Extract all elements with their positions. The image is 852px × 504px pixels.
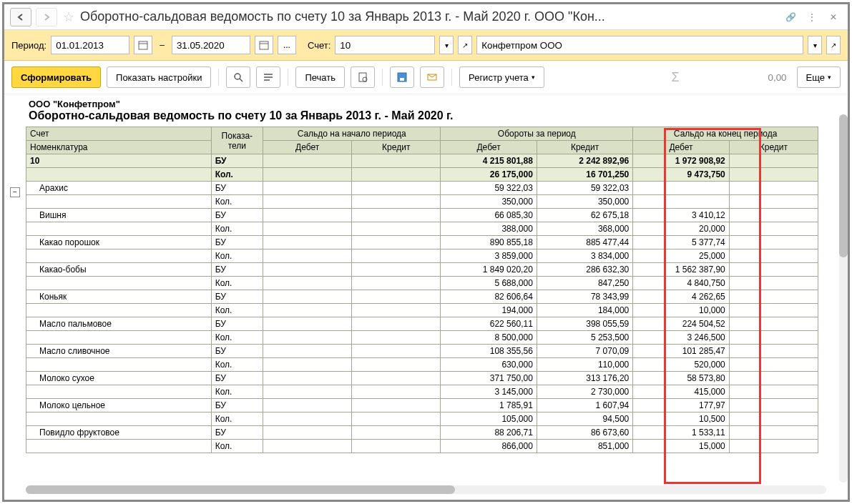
more-button[interactable]: Еще ▾ xyxy=(797,66,841,88)
date-from-input[interactable] xyxy=(51,36,129,54)
table-row[interactable]: 10БУ4 215 801,882 242 892,961 972 908,92 xyxy=(26,154,818,168)
email-button[interactable] xyxy=(420,66,444,88)
svg-rect-0 xyxy=(139,41,147,49)
table-row[interactable]: КоньякБУ82 606,6478 343,994 262,65 xyxy=(26,290,818,304)
table-row[interactable]: Какао-бобыБУ1 849 020,20286 632,301 562 … xyxy=(26,263,818,277)
col-close-debit: Дебет xyxy=(633,141,729,154)
report-table: Счет Показа-тели Сальдо на начало период… xyxy=(26,127,818,453)
print-preview-button[interactable] xyxy=(351,66,375,88)
table-row[interactable]: Молоко сухоеБУ371 750,00313 176,2058 573… xyxy=(26,372,818,385)
table-row[interactable]: Кол.3 145,0002 730,000415,000 xyxy=(26,385,818,399)
date-to-input[interactable] xyxy=(172,36,250,54)
link-icon[interactable]: 🔗 xyxy=(782,9,799,26)
back-button[interactable] xyxy=(10,8,31,26)
sum-value[interactable] xyxy=(691,67,791,87)
col-open-debit: Дебет xyxy=(263,141,352,154)
col-turn-debit: Дебет xyxy=(441,141,537,154)
table-row[interactable]: Кол.5 688,000847,2504 840,750 xyxy=(26,277,818,290)
col-nomenclature: Номенклатура xyxy=(26,141,212,154)
account-label: Счет: xyxy=(308,40,330,51)
table-row[interactable]: Масло пальмовоеБУ622 560,11398 055,59224… xyxy=(26,317,818,331)
dash-separator: – xyxy=(157,40,167,50)
window-title: Оборотно-сальдовая ведомость по счету 10… xyxy=(80,9,778,24)
table-row[interactable]: Кол.26 175,00016 701,2509 473,750 xyxy=(26,168,818,182)
col-turn-credit: Кредит xyxy=(537,141,632,154)
report-area: ООО "Конфетпром" Оборотно-сальдовая ведо… xyxy=(4,94,848,500)
account-input[interactable] xyxy=(335,36,435,54)
toolbar: Сформировать Показать настройки Печать Р… xyxy=(4,61,848,94)
table-row[interactable]: ВишняБУ66 085,3062 675,183 410,12 xyxy=(26,209,818,222)
org-open-button[interactable]: ↗ xyxy=(826,36,841,54)
org-dropdown-button[interactable]: ▾ xyxy=(808,36,822,54)
svg-rect-2 xyxy=(260,41,268,49)
forward-button[interactable] xyxy=(36,8,57,26)
period-selector-button[interactable]: ... xyxy=(278,36,296,54)
print-button[interactable]: Печать xyxy=(295,66,345,88)
v-scrollbar[interactable] xyxy=(839,114,848,483)
find-button[interactable] xyxy=(226,66,250,88)
collapse-toggle[interactable]: − xyxy=(10,187,20,197)
calendar-to-icon[interactable] xyxy=(255,36,273,54)
col-indicator: Показа-тели xyxy=(211,127,263,154)
svg-point-4 xyxy=(235,74,240,79)
col-open-credit: Кредит xyxy=(352,141,441,154)
table-row[interactable]: Кол.194,000184,00010,000 xyxy=(26,304,818,317)
filter-bar: Период: – ... Счет: ▾ ↗ ▾ ↗ xyxy=(4,30,848,61)
period-label: Период: xyxy=(11,40,46,51)
account-open-button[interactable]: ↗ xyxy=(458,36,472,54)
organization-input[interactable] xyxy=(476,36,803,54)
account-dropdown-button[interactable]: ▾ xyxy=(439,36,454,54)
table-row[interactable]: Кол.8 500,0005 253,5003 246,500 xyxy=(26,331,818,345)
report-title: Оборотно-сальдовая ведомость по счету 10… xyxy=(29,109,842,122)
close-icon[interactable]: ✕ xyxy=(825,9,842,26)
table-row[interactable]: Молоко цельноеБУ1 785,911 607,94177,97 xyxy=(26,399,818,412)
sum-icon: Σ xyxy=(665,70,685,85)
table-row[interactable]: Кол.866,000851,00015,000 xyxy=(26,440,818,453)
table-row[interactable]: Кол.105,00094,50010,500 xyxy=(26,412,818,426)
table-row[interactable]: Какао порошокБУ890 855,18885 477,445 377… xyxy=(26,236,818,249)
col-open: Сальдо на начало периода xyxy=(263,127,441,141)
titlebar: ☆ Оборотно-сальдовая ведомость по счету … xyxy=(4,4,848,30)
expand-all-button[interactable] xyxy=(256,66,280,88)
show-settings-button[interactable]: Показать настройки xyxy=(107,66,211,88)
table-row[interactable]: Кол.3 859,0003 834,00025,000 xyxy=(26,249,818,263)
table-row[interactable]: Кол.350,000350,000 xyxy=(26,195,818,209)
col-close: Сальдо на конец периода xyxy=(633,127,818,141)
favorite-star-icon[interactable]: ☆ xyxy=(62,9,76,25)
kebab-menu-icon[interactable]: ⋮ xyxy=(803,9,821,26)
col-account: Счет xyxy=(26,127,212,141)
table-row[interactable]: Повидло фруктовоеБУ88 206,7186 673,601 5… xyxy=(26,426,818,440)
register-button[interactable]: Регистр учета ▾ xyxy=(459,66,544,88)
table-row[interactable]: Масло сливочноеБУ108 355,567 070,09101 2… xyxy=(26,345,818,358)
table-row[interactable]: Кол.388,000368,00020,000 xyxy=(26,222,818,236)
col-close-credit: Кредит xyxy=(729,141,818,154)
table-row[interactable]: Кол.630,000110,000520,000 xyxy=(26,358,818,372)
h-scrollbar[interactable] xyxy=(26,485,826,494)
calendar-from-icon[interactable] xyxy=(134,36,152,54)
col-turn: Обороты за период xyxy=(441,127,633,141)
svg-rect-9 xyxy=(400,78,404,81)
generate-button[interactable]: Сформировать xyxy=(11,66,101,88)
save-button[interactable] xyxy=(390,66,414,88)
svg-line-5 xyxy=(240,79,243,81)
table-row[interactable]: АрахисБУ59 322,0359 322,03 xyxy=(26,182,818,195)
report-org: ООО "Конфетпром" xyxy=(29,99,842,109)
